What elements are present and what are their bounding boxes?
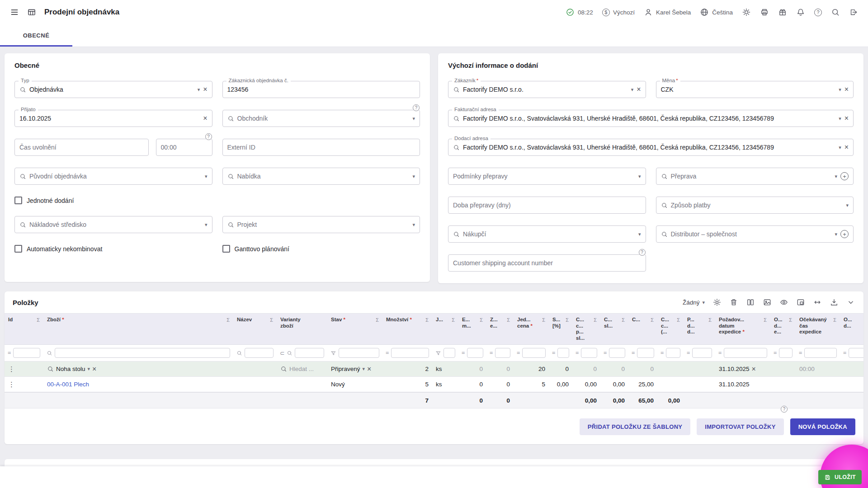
clear-icon[interactable]: ×	[367, 366, 371, 373]
aggregate-sigma-icon[interactable]: Σ	[226, 317, 230, 323]
filter-input-zbozi[interactable]	[55, 348, 230, 358]
aggregate-sigma-icon[interactable]: Σ	[833, 317, 836, 323]
clear-icon[interactable]: ×	[844, 86, 849, 93]
column-header-id[interactable]: IdΣ	[5, 314, 43, 344]
chevron-down-icon[interactable]: ▾	[839, 87, 841, 93]
chevron-down-icon[interactable]: ▾	[839, 116, 841, 122]
chevron-down-icon[interactable]: ▾	[363, 366, 365, 372]
column-header-p[interactable]: P... d... d...Σ	[684, 314, 715, 344]
pricing-selector[interactable]: $ Výchozí	[602, 9, 635, 16]
chevron-down-icon[interactable]: ▾	[638, 231, 641, 237]
carrier-field[interactable]: Přeprava ▾ +	[656, 168, 854, 185]
help-icon[interactable]: ?	[205, 133, 212, 140]
cell-varianty[interactable]: Hledat ...	[277, 361, 327, 376]
equals-operator-icon[interactable]: =	[386, 350, 389, 356]
search-icon[interactable]	[236, 350, 242, 356]
settings-gear-icon[interactable]	[712, 298, 722, 307]
column-header-c1[interactable]: C... c... p... sl...Σ	[572, 314, 600, 344]
filter-input-c1[interactable]	[581, 348, 597, 358]
equals-operator-icon[interactable]: =	[8, 350, 11, 356]
currency-field[interactable]: Měna* CZK ▾ ×	[656, 81, 854, 98]
equals-operator-icon[interactable]: =	[718, 350, 722, 356]
filter-funnel-icon[interactable]	[435, 350, 441, 356]
column-header-c2[interactable]: C... sl...Σ	[600, 314, 628, 344]
filter-funnel-icon[interactable]	[330, 350, 336, 356]
column-header-o2[interactable]: O... d...Σ	[840, 314, 863, 344]
do-not-combine-checkbox[interactable]: Automaticky nekombinovat	[14, 245, 212, 253]
language-selector[interactable]: Čeština	[700, 8, 733, 17]
aggregate-sigma-icon[interactable]: Σ	[480, 317, 483, 323]
aggregate-sigma-icon[interactable]: Σ	[507, 317, 510, 323]
equals-operator-icon[interactable]: =	[517, 350, 520, 356]
cell-stav[interactable]: Připravený▾×	[327, 361, 382, 376]
filter-input-id[interactable]	[13, 348, 40, 358]
save-button[interactable]: ULOŽIT	[818, 470, 862, 484]
external-id-field[interactable]: Externí ID	[222, 139, 420, 156]
clear-icon[interactable]: ×	[203, 115, 207, 122]
export-image-icon[interactable]	[796, 298, 805, 307]
equals-operator-icon[interactable]: =	[462, 350, 465, 356]
filter-input-s_pct[interactable]	[557, 348, 569, 358]
aggregate-sigma-icon[interactable]: Σ	[542, 317, 545, 323]
print-button[interactable]	[760, 8, 769, 17]
cell-jed_cena[interactable]: 20	[514, 361, 549, 376]
aggregate-sigma-icon[interactable]: Σ	[651, 317, 654, 323]
image-icon[interactable]	[763, 298, 772, 307]
group-by-select[interactable]: Žádný ▾	[683, 299, 705, 306]
notifications-button[interactable]	[796, 8, 805, 17]
import-items-button[interactable]: IMPORTOVAT POLOŽKY	[697, 418, 783, 435]
clear-icon[interactable]: ×	[844, 144, 849, 151]
column-header-z[interactable]: Z... e...Σ	[486, 314, 514, 344]
column-header-e[interactable]: E... m...Σ	[458, 314, 486, 344]
filter-input-e[interactable]	[467, 348, 483, 358]
search-icon[interactable]	[47, 350, 52, 356]
row-menu-button[interactable]: ⋮	[8, 380, 15, 389]
equals-operator-icon[interactable]: =	[576, 350, 579, 356]
column-header-c3[interactable]: C...Σ	[628, 314, 657, 344]
aggregate-sigma-icon[interactable]: Σ	[764, 317, 767, 323]
tab-obecne[interactable]: OBECNÉ	[0, 24, 72, 47]
payment-method-field[interactable]: Způsob platby ▾	[656, 197, 854, 214]
chevron-down-icon[interactable]: ▾	[839, 145, 841, 150]
fit-width-icon[interactable]	[813, 298, 822, 307]
salesperson-field[interactable]: ? Obchodník ▾	[222, 110, 420, 127]
columns-icon[interactable]	[746, 298, 755, 307]
user-menu[interactable]: Karel Šebela	[644, 8, 691, 17]
contains-operator-icon[interactable]: ⊂	[280, 350, 284, 357]
clear-icon[interactable]: ×	[637, 86, 641, 93]
chevron-down-icon[interactable]: ▾	[412, 174, 415, 179]
filter-input-pozadovane_datum[interactable]	[724, 348, 767, 358]
row-menu-button[interactable]: ⋮	[8, 365, 15, 373]
filter-input-p[interactable]	[692, 348, 712, 358]
single-delivery-checkbox[interactable]: Jednotné dodání	[14, 197, 212, 204]
cost-center-field[interactable]: Nákladové středisko ▾	[14, 216, 212, 233]
filter-input-o1[interactable]	[779, 348, 793, 358]
cell-jednotka[interactable]: ks	[432, 361, 458, 376]
help-icon[interactable]: ?	[413, 104, 420, 111]
add-carrier-button[interactable]: +	[840, 172, 849, 180]
help-button[interactable]: ?	[814, 9, 822, 16]
billing-address-field[interactable]: Fakturační adresa Factorify DEMO s.r.o.,…	[448, 110, 854, 127]
column-header-jednotka[interactable]: J...Σ	[432, 314, 458, 344]
cell-ocekavany_cas[interactable]: 00:00	[796, 361, 840, 376]
filter-input-c2[interactable]	[609, 348, 625, 358]
equals-operator-icon[interactable]: =	[843, 350, 846, 356]
equals-operator-icon[interactable]: =	[774, 350, 777, 356]
filter-input-jed_cena[interactable]	[522, 348, 546, 358]
chevron-down-icon[interactable]: ▾	[835, 174, 837, 179]
filter-input-o2[interactable]	[849, 348, 863, 358]
cell-zbozi[interactable]: Noha stolu▾×	[43, 361, 233, 376]
clear-icon[interactable]: ×	[92, 366, 96, 373]
filter-input-nazev[interactable]	[245, 348, 274, 358]
buyer-field[interactable]: Nákupčí ▾	[448, 225, 646, 243]
search-button[interactable]	[831, 8, 840, 17]
delete-icon[interactable]	[729, 298, 738, 307]
filter-input-stav[interactable]	[339, 348, 379, 358]
filter-input-c4[interactable]	[666, 348, 680, 358]
release-time-clock-field[interactable]: ? 00:00	[156, 139, 212, 156]
cell-z[interactable]: 0	[486, 361, 514, 376]
filter-input-mnozstvi[interactable]	[391, 348, 429, 358]
received-date-field[interactable]: Přijato 16.10.2025 ×	[14, 110, 212, 127]
customer-order-number-field[interactable]: Zákaznická objednávka č. 123456	[222, 81, 420, 98]
chevron-down-icon[interactable]: ▾	[412, 222, 415, 228]
